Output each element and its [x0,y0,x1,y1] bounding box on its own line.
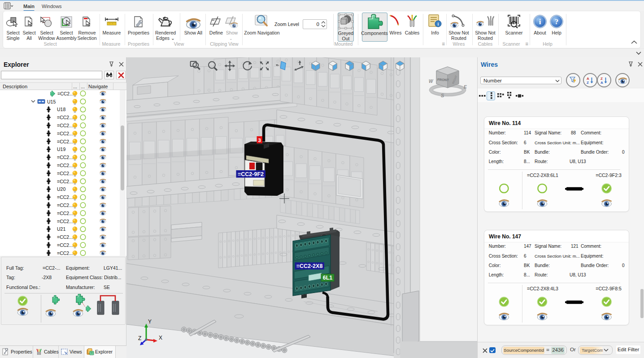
svg-text:=CC2...: =CC2... [57,163,73,168]
svg-text:=CC2...: =CC2... [57,123,73,128]
svg-text:U20: U20 [57,186,65,192]
svg-text:S: S [441,93,444,98]
svg-text:=CC2...: =CC2... [57,171,73,176]
svg-text:=CC2...: =CC2... [57,234,73,240]
svg-text:U15: U15 [47,99,56,104]
svg-text:=CC2...: =CC2... [57,155,73,160]
svg-text:A: A [600,81,603,85]
svg-text:U19: U19 [57,147,65,152]
svg-text:=CC2...: =CC2... [57,250,73,256]
svg-text:=CC2...: =CC2... [57,91,74,96]
svg-text:6L1: 6L1 [323,275,333,281]
svg-text:?: ? [555,17,559,26]
svg-text:Y: Y [148,319,152,325]
svg-text:i: i [438,22,439,26]
svg-text:Z: Z [138,335,141,341]
svg-text:E: E [464,85,467,90]
svg-text:=CC2-9F2: =CC2-9F2 [238,171,264,177]
svg-text:=CC2...: =CC2... [57,139,73,144]
svg-text:W: W [429,79,434,84]
svg-text:=CC2-2X8: =CC2-2X8 [296,263,323,269]
svg-text:=CC2...: =CC2... [57,194,73,200]
svg-text:3: 3 [258,138,261,143]
svg-text:U18: U18 [57,107,65,112]
svg-text:=CC2...: =CC2... [57,115,73,120]
svg-text:Z: Z [587,81,589,85]
svg-text:FRONT: FRONT [437,78,449,82]
svg-text:=CC2...: =CC2... [57,179,73,184]
svg-text:=CC2...: =CC2... [57,242,73,248]
svg-text:=CC2...: =CC2... [57,219,73,224]
svg-text:U21: U21 [57,226,65,232]
svg-text:=CC2...: =CC2... [57,203,73,208]
svg-text:=CC2...: =CC2... [57,131,73,136]
svg-text:X: X [159,335,162,341]
svg-text:i: i [539,17,541,26]
svg-text:=CC2...: =CC2... [57,211,73,216]
